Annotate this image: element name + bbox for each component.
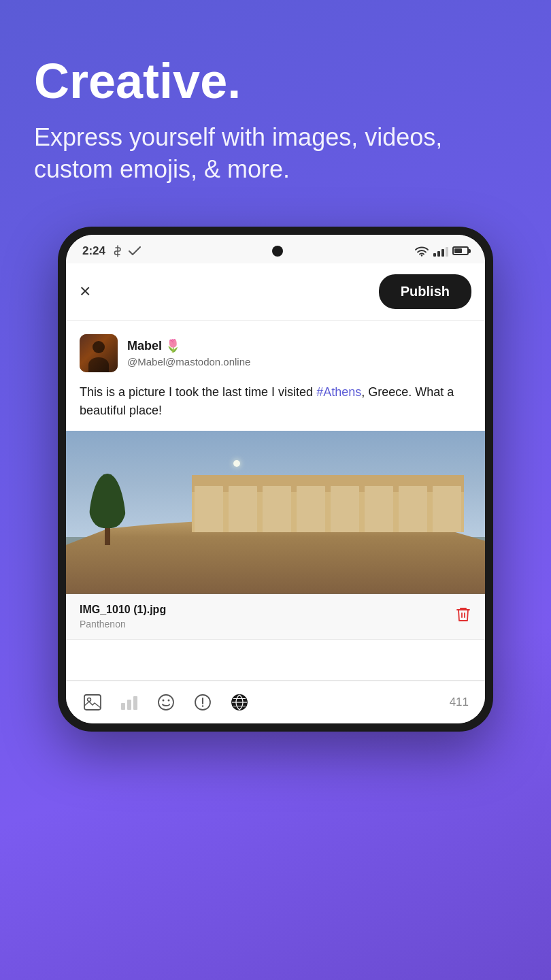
post-text-before: This is a picture I took the last time I…: [80, 385, 316, 399]
column-6: [365, 486, 393, 532]
status-left-icons: [112, 245, 141, 257]
svg-rect-1: [84, 695, 101, 710]
column-5: [331, 486, 359, 532]
wifi-icon: [414, 246, 429, 257]
content-warning-button[interactable]: [193, 692, 213, 713]
char-count: 411: [450, 696, 469, 709]
image-info-left: IMG_1010 (1).jpg Panthenon: [80, 604, 166, 630]
phone-frame: 2:24: [58, 227, 493, 732]
close-button[interactable]: ×: [80, 282, 90, 301]
svg-point-2: [88, 698, 91, 701]
status-left: 2:24: [82, 244, 141, 258]
post-area: Mabel 🌷 @Mabel@mastodon.online This is a…: [66, 321, 485, 431]
hero-section: Creative. Express yourself with images, …: [0, 0, 551, 213]
status-time: 2:24: [82, 244, 105, 258]
delete-image-button[interactable]: [455, 606, 471, 627]
post-text: This is a picture I took the last time I…: [80, 383, 471, 431]
image-info-bar: IMG_1010 (1).jpg Panthenon: [66, 594, 485, 640]
svg-point-10: [202, 705, 203, 706]
status-center: [141, 246, 414, 257]
battery-fill: [454, 248, 462, 253]
image-attach-button[interactable]: [82, 692, 103, 713]
avatar: [80, 334, 118, 372]
compose-empty-area[interactable]: [66, 640, 485, 681]
phone-screen: 2:24: [66, 235, 485, 723]
svg-point-8: [168, 699, 170, 701]
acropolis-scene: [66, 431, 485, 594]
avatar-image: [80, 334, 118, 372]
post-image: [66, 431, 485, 594]
status-right-icons: [414, 246, 469, 257]
hero-subtitle: Express yourself with images, videos, cu…: [34, 122, 517, 186]
status-icon-1: [112, 245, 123, 257]
parthenon: [192, 475, 464, 532]
svg-rect-5: [133, 696, 137, 710]
svg-rect-4: [127, 700, 131, 710]
user-name: Mabel 🌷: [127, 338, 250, 353]
status-icon-2: [129, 246, 141, 256]
compose-topbar: × Publish: [66, 263, 485, 321]
columns: [192, 475, 464, 532]
phone-wrapper: 2:24: [58, 227, 493, 732]
battery-icon: [452, 246, 469, 255]
compose-toolbar: 411: [66, 681, 485, 723]
column-7: [399, 486, 427, 532]
svg-point-0: [421, 255, 422, 256]
status-bar: 2:24: [66, 235, 485, 263]
column-2: [229, 486, 257, 532]
hashtag[interactable]: #Athens: [316, 385, 361, 399]
hero-title: Creative.: [34, 54, 517, 108]
column-3: [263, 486, 291, 532]
image-filename: IMG_1010 (1).jpg: [80, 604, 166, 616]
image-caption: Panthenon: [80, 619, 166, 630]
svg-rect-3: [121, 703, 125, 710]
toolbar-actions: [82, 692, 250, 713]
svg-point-7: [163, 699, 165, 701]
user-row: Mabel 🌷 @Mabel@mastodon.online: [80, 334, 471, 372]
publish-button[interactable]: Publish: [379, 274, 471, 309]
camera-dot: [272, 246, 283, 257]
user-handle: @Mabel@mastodon.online: [127, 356, 250, 368]
column-4: [297, 486, 325, 532]
poll-button[interactable]: [119, 692, 139, 713]
signal-icon: [433, 246, 448, 257]
column-1: [195, 486, 223, 532]
column-8: [433, 486, 461, 532]
emoji-button[interactable]: [156, 692, 176, 713]
page-background: Creative. Express yourself with images, …: [0, 0, 551, 980]
svg-point-6: [158, 695, 173, 710]
tree-top: [88, 474, 126, 528]
tree: [87, 477, 128, 545]
visibility-button[interactable]: [229, 692, 250, 713]
user-info: Mabel 🌷 @Mabel@mastodon.online: [127, 338, 250, 368]
